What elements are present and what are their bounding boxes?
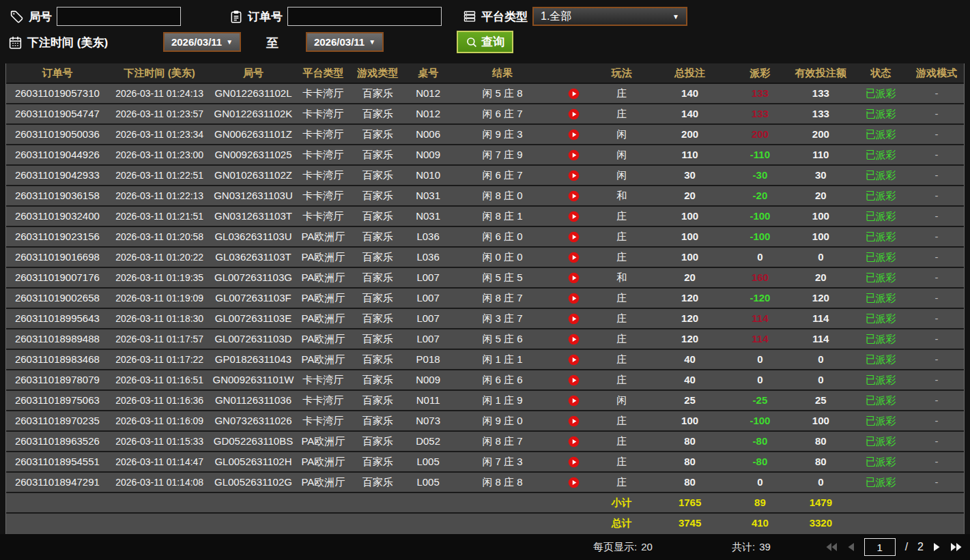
play-video-button[interactable] — [568, 104, 580, 123]
table-row: 2603110189635262026-03-11 01:15:33GD0522… — [6, 432, 964, 452]
cell-payout: 114 — [731, 309, 790, 328]
cell-order_no: 260311018995643 — [6, 309, 109, 328]
cell-round_no: GN01126311036 — [211, 391, 296, 410]
cell-valid_bet: 30 — [789, 166, 852, 185]
play-video-button[interactable] — [568, 84, 580, 103]
cell-play_icon — [554, 329, 595, 349]
table-row: 2603110189780792026-03-11 01:16:51GN0092… — [6, 370, 964, 391]
cell-platform: PA欧洲厅 — [296, 289, 350, 308]
play-video-button[interactable] — [568, 248, 580, 267]
play-video-button[interactable] — [568, 329, 580, 349]
play-video-button[interactable] — [568, 289, 580, 308]
search-button[interactable]: 查询 — [457, 31, 513, 53]
order-label: 订单号 — [248, 9, 283, 25]
table-row: 2603110190231562026-03-11 01:20:58GL0362… — [6, 227, 964, 248]
cell-total_bet: 110 — [649, 145, 731, 164]
play-video-button[interactable] — [568, 350, 580, 369]
cell-status: 已派彩 — [852, 370, 909, 389]
cell-game_mode: - — [909, 370, 964, 389]
cell-play_icon — [554, 166, 595, 185]
play-video-button[interactable] — [568, 452, 580, 471]
cell-game_mode: - — [909, 166, 964, 185]
cell-valid_bet: 20 — [789, 186, 852, 205]
date-from-picker[interactable]: 2026/03/11 ▼ — [163, 32, 241, 52]
cell-game_mode: - — [909, 104, 964, 123]
cell-game_mode: - — [909, 125, 964, 144]
play-video-button[interactable] — [568, 227, 580, 246]
cell-total_bet: 80 — [649, 432, 731, 451]
cell-table_no: N012 — [405, 104, 451, 123]
cell-table_no: N006 — [405, 125, 451, 144]
play-video-button[interactable] — [568, 207, 580, 226]
play-video-button[interactable] — [568, 391, 580, 410]
subtotal-spacer — [405, 493, 451, 512]
cell-play: 庄 — [595, 350, 649, 369]
subtotal-spacer — [909, 493, 964, 512]
cell-round_no: GL0072631103E — [211, 309, 296, 328]
cell-total_bet: 30 — [649, 166, 731, 185]
next-page-button[interactable] — [933, 542, 941, 552]
cell-order_no: 260311019057310 — [6, 84, 109, 103]
cell-round_no: GL0052631102G — [211, 473, 296, 492]
date-range-to-label: 至 — [266, 35, 279, 51]
cell-result: 闲 8 庄 1 — [451, 207, 554, 226]
cell-result: 闲 1 庄 1 — [451, 350, 554, 369]
table-row: 2603110190429332026-03-11 01:22:51GN0102… — [6, 166, 964, 186]
cell-game_type: 百家乐 — [350, 248, 405, 267]
cell-game_type: 百家乐 — [350, 370, 405, 389]
total-spacer — [852, 514, 909, 534]
col-header-play: 玩法 — [595, 63, 649, 83]
round-label: 局号 — [29, 9, 52, 25]
last-page-button[interactable] — [950, 542, 962, 552]
prev-page-button[interactable] — [847, 542, 855, 552]
subtotal-spacer — [6, 493, 109, 512]
table-row: 2603110190573102026-03-11 01:24:13GN0122… — [6, 84, 964, 104]
cell-result: 闲 8 庄 0 — [451, 186, 554, 205]
cell-round_no: GN0062631101Z — [211, 125, 296, 144]
date-to-picker[interactable]: 2026/03/11 ▼ — [306, 32, 384, 52]
cell-valid_bet: 114 — [789, 329, 852, 349]
play-video-button[interactable] — [568, 309, 580, 328]
cell-play: 庄 — [595, 248, 649, 267]
cell-round_no: GL0072631103G — [211, 268, 296, 287]
cell-order_no: 260311018970235 — [6, 411, 109, 430]
platform-select[interactable]: 1.全部 ▼ — [532, 7, 687, 26]
cell-payout: -100 — [731, 227, 790, 246]
play-video-button[interactable] — [568, 125, 580, 144]
cell-order_no: 260311018975063 — [6, 391, 109, 410]
cell-game_mode: - — [909, 350, 964, 369]
play-video-button[interactable] — [568, 166, 580, 185]
cell-platform: 卡卡湾厅 — [296, 411, 350, 430]
cell-status: 已派彩 — [852, 186, 909, 205]
cell-play: 闲 — [595, 125, 649, 144]
play-video-button[interactable] — [568, 145, 580, 164]
page-input[interactable] — [864, 538, 896, 556]
cell-round_no: GL0362631103U — [211, 227, 296, 246]
cell-total_bet: 20 — [649, 268, 731, 287]
cell-valid_bet: 80 — [789, 432, 852, 451]
play-video-button[interactable] — [568, 268, 580, 287]
cell-platform: 卡卡湾厅 — [296, 84, 350, 103]
play-video-button[interactable] — [568, 473, 580, 492]
play-video-button[interactable] — [568, 370, 580, 389]
cell-play: 庄 — [595, 104, 649, 123]
cell-play: 闲 — [595, 166, 649, 185]
first-page-button[interactable] — [826, 542, 838, 552]
cell-platform: PA欧洲厅 — [296, 227, 350, 246]
cell-result: 闲 6 庄 0 — [451, 227, 554, 246]
order-input[interactable] — [287, 7, 442, 26]
cell-play_icon — [554, 370, 595, 389]
cell-total_bet: 80 — [649, 452, 731, 471]
play-video-button[interactable] — [568, 186, 580, 205]
cell-valid_bet: 133 — [789, 104, 852, 123]
cell-bet_time: 2026-03-11 01:22:51 — [109, 166, 211, 185]
date-to-value: 2026/03/11 — [314, 36, 365, 48]
cell-valid_bet: 0 — [789, 350, 852, 369]
cell-platform: PA欧洲厅 — [296, 473, 350, 492]
play-video-button[interactable] — [568, 411, 580, 430]
cell-table_no: N011 — [405, 391, 451, 410]
cell-platform: 卡卡湾厅 — [296, 370, 350, 389]
cell-platform: 卡卡湾厅 — [296, 207, 350, 226]
round-input[interactable] — [57, 7, 181, 26]
play-video-button[interactable] — [568, 432, 580, 451]
